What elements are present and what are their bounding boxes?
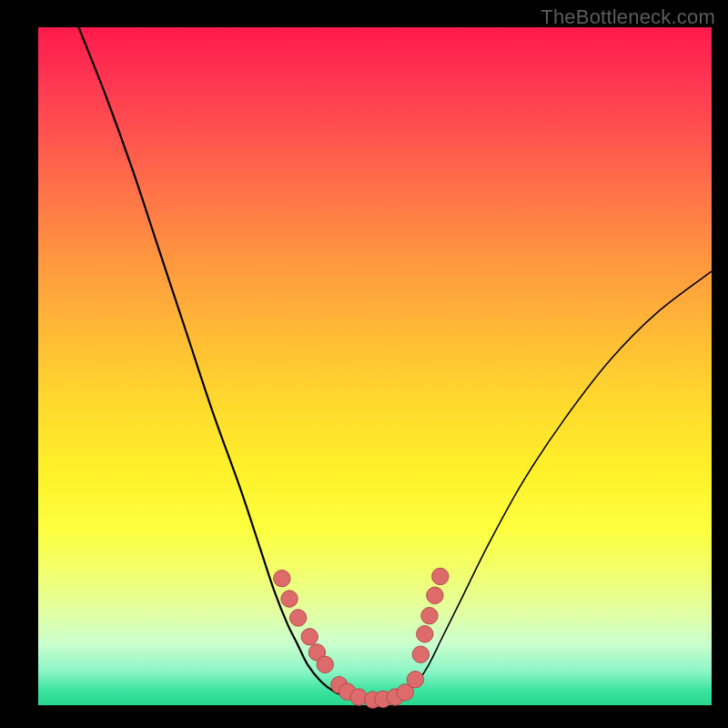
- marker-dot: [427, 587, 443, 603]
- marker-dot: [432, 568, 449, 584]
- chart-svg: [38, 27, 712, 705]
- marker-dot: [301, 629, 318, 645]
- marker-dot: [412, 646, 429, 662]
- marker-dot: [407, 671, 423, 687]
- marker-dot: [417, 626, 433, 642]
- chart-frame: TheBottleneck.com: [0, 0, 728, 728]
- marker-dot: [289, 610, 306, 626]
- curve-group: [78, 27, 712, 701]
- marker-dot: [274, 570, 290, 586]
- marker-dot: [281, 591, 298, 607]
- marker-dot: [317, 656, 333, 672]
- left-curve: [78, 27, 348, 697]
- marker-dot: [421, 607, 438, 623]
- marker-group: [274, 568, 449, 708]
- watermark-text: TheBottleneck.com: [541, 5, 715, 29]
- plot-area: [38, 27, 712, 705]
- right-curve: [402, 271, 712, 695]
